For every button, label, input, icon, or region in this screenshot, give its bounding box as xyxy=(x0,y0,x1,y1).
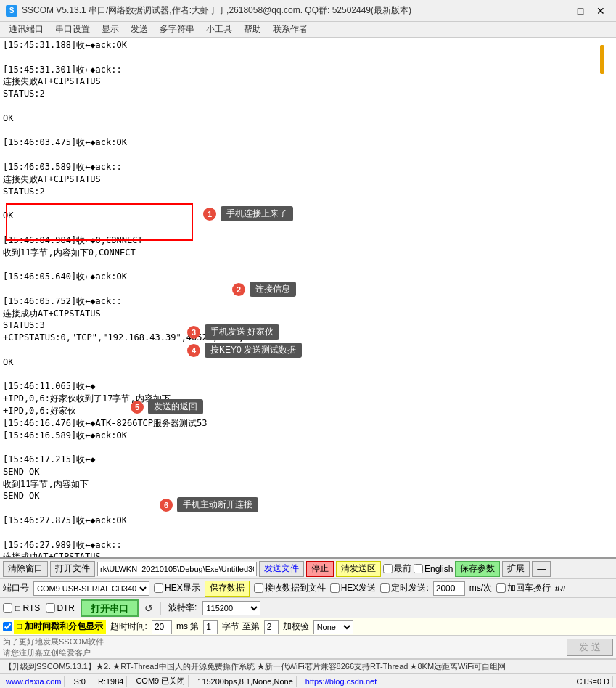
timestamp-row: □ 加时间戳和分包显示 超时时间: ms 第 字节 至第 加校验 None xyxy=(0,618,616,636)
menu-multistring[interactable]: 多字符串 xyxy=(154,22,200,37)
timed-send-label: 定时发送: xyxy=(391,582,428,594)
english-label: English xyxy=(424,564,453,574)
open-port-row: □ RTS DTR 打开串口 ↺ 波特率: 115200 xyxy=(0,598,616,618)
dtr-checkbox[interactable] xyxy=(46,603,55,613)
minimize-button[interactable]: — xyxy=(551,4,570,18)
byte-label: 字节 至第 xyxy=(222,621,259,633)
add-return-checkbox[interactable] xyxy=(496,583,506,593)
english-checkbox[interactable] xyxy=(414,564,423,573)
main-content: [15:45:31.188]收←◆ack:OK [15:45:31.301]收←… xyxy=(0,38,616,688)
english-checkbox-group[interactable]: English xyxy=(414,564,453,574)
check-select[interactable]: None xyxy=(313,620,353,634)
timeout-input[interactable] xyxy=(152,620,172,634)
menu-display[interactable]: 显示 xyxy=(96,22,125,37)
hex-send-checkbox[interactable] xyxy=(330,583,340,593)
hex-display-group[interactable]: HEX显示 xyxy=(154,582,200,594)
open-port-button[interactable]: 打开串口 xyxy=(81,599,139,617)
menu-port-settings[interactable]: 串口设置 xyxy=(49,22,96,37)
title-text: SSCOM V5.13.1 串口/网络数据调试器,作者:大虾丁丁,2618058… xyxy=(22,4,551,17)
send-button[interactable]: 发 送 xyxy=(567,639,613,656)
file-path-input[interactable] xyxy=(97,562,257,576)
link-status[interactable]: https://blog.csdn.net xyxy=(303,676,568,687)
menu-bar: 通讯端口 串口设置 显示 发送 多字符串 小工具 帮助 联系作者 xyxy=(0,22,616,38)
port-row: 端口号 COM9 USB-SERIAL CH340 HEX显示 保存数据 接收数… xyxy=(0,579,616,598)
baudrate-select[interactable]: 115200 xyxy=(202,601,260,615)
title-bar: S SSCOM V5.13.1 串口/网络数据调试器,作者:大虾丁丁,26180… xyxy=(0,0,616,22)
menu-comm-port[interactable]: 通讯端口 xyxy=(3,22,49,37)
close-button[interactable]: ✕ xyxy=(591,4,610,18)
tRI-text: tRI xyxy=(555,584,565,593)
hex-display-label: HEX显示 xyxy=(165,582,200,594)
register-text: 为了更好地发展SSCOM软件请您注册嘉立创绘爱客户 xyxy=(3,636,564,658)
divider1 xyxy=(160,602,161,615)
menu-help[interactable]: 帮助 xyxy=(238,22,267,37)
add-return-label: 加回车换行 xyxy=(507,582,551,594)
r-status: R:1984 xyxy=(95,676,127,687)
open-file-button[interactable]: 打开文件 xyxy=(50,561,95,577)
app-icon: S xyxy=(6,5,17,17)
bottom-area: 清除窗口 打开文件 发送文件 停止 清发送区 最前 English 保存参数 扩… xyxy=(0,558,616,688)
timed-send-checkbox[interactable] xyxy=(380,583,390,593)
timestamp-label: □ 加时间戳和分包显示 xyxy=(14,620,106,634)
log-wrapper: [15:45:31.188]收←◆ack:OK [15:45:31.301]收←… xyxy=(0,38,616,558)
baudrate-label: 波特率: xyxy=(168,602,197,614)
byte-num2-input[interactable] xyxy=(264,620,279,634)
latest-label: 最前 xyxy=(394,562,411,575)
ms-unit-label: ms/次 xyxy=(469,582,492,594)
menu-contact[interactable]: 联系作者 xyxy=(267,22,313,37)
ms-label: ms 第 xyxy=(176,621,199,633)
toolbar-row1: 清除窗口 打开文件 发送文件 停止 清发送区 最前 English 保存参数 扩… xyxy=(0,559,616,579)
add-return-group[interactable]: 加回车换行 xyxy=(496,582,551,594)
window-controls: — □ ✕ xyxy=(551,4,610,18)
expand-button[interactable]: 扩展 xyxy=(502,561,530,577)
send-area: 为了更好地发展SSCOM软件请您注册嘉立创绘爱客户 发 送 xyxy=(0,636,616,659)
menu-tools[interactable]: 小工具 xyxy=(200,22,238,37)
rts-checkbox[interactable] xyxy=(3,603,12,613)
ad-bar: 【升级到SSCOM5.13.1】★2. ★RT-Thread中国人的开源免费操作… xyxy=(0,659,616,673)
log-text: [15:45:31.188]收←◆ack:OK [15:45:31.301]收←… xyxy=(3,39,601,558)
receive-to-file-group[interactable]: 接收数据到文件 xyxy=(254,582,326,594)
cts-status: CTS=0 D xyxy=(573,676,613,687)
latest-checkbox-group[interactable]: 最前 xyxy=(383,562,411,575)
ad-text: 【升级到SSCOM5.13.1】★2. ★RT-Thread中国人的开源免费操作… xyxy=(4,661,506,672)
byte-num1-input[interactable] xyxy=(203,620,218,634)
website-status[interactable]: www.daxia.com xyxy=(3,676,65,687)
refresh-icon[interactable]: ↺ xyxy=(144,602,153,614)
timestamp-checkbox[interactable] xyxy=(3,622,12,631)
clear-send-area-button[interactable]: 清发送区 xyxy=(336,561,381,577)
save-params-button[interactable]: 保存参数 xyxy=(455,561,500,577)
rts-group[interactable]: □ RTS xyxy=(3,603,40,613)
port-select[interactable]: COM9 USB-SERIAL CH340 xyxy=(33,581,149,596)
timeout-label: 超时时间: xyxy=(110,621,147,633)
menu-send[interactable]: 发送 xyxy=(125,22,154,37)
port-label: 端口号 xyxy=(3,582,29,594)
rts-label: □ RTS xyxy=(15,603,40,613)
port-status: COM9 已关闭 xyxy=(133,675,189,687)
timed-send-group[interactable]: 定时发送: xyxy=(380,582,428,594)
save-data-button[interactable]: 保存数据 xyxy=(205,581,250,597)
latest-checkbox[interactable] xyxy=(383,564,393,573)
status-bar: www.daxia.com S:0 R:1984 COM9 已关闭 115200… xyxy=(0,673,616,688)
hex-send-label: HEX发送 xyxy=(341,582,377,594)
baud-status: 115200bps,8,1,None,None xyxy=(194,676,297,687)
dtr-label: DTR xyxy=(57,603,75,613)
scroll-indicator xyxy=(600,38,604,558)
timed-value-input[interactable] xyxy=(433,581,465,596)
receive-to-file-checkbox[interactable] xyxy=(254,583,263,593)
stop-button[interactable]: 停止 xyxy=(306,561,334,577)
dtr-group[interactable]: DTR xyxy=(46,603,75,613)
receive-to-file-label: 接收数据到文件 xyxy=(265,582,326,594)
timestamp-group[interactable]: □ 加时间戳和分包显示 xyxy=(3,620,106,634)
send-file-button[interactable]: 发送文件 xyxy=(259,561,304,577)
log-area[interactable]: [15:45:31.188]收←◆ack:OK [15:45:31.301]收←… xyxy=(0,38,616,558)
hex-send-group[interactable]: HEX发送 xyxy=(330,582,377,594)
scroll-thumb[interactable] xyxy=(600,45,604,74)
hex-display-checkbox[interactable] xyxy=(154,583,163,593)
dash-button[interactable]: — xyxy=(532,561,551,577)
check-label: 加校验 xyxy=(283,621,309,633)
maximize-button[interactable]: □ xyxy=(571,4,590,18)
s-status: S:0 xyxy=(70,676,89,687)
clear-window-button[interactable]: 清除窗口 xyxy=(3,561,48,577)
